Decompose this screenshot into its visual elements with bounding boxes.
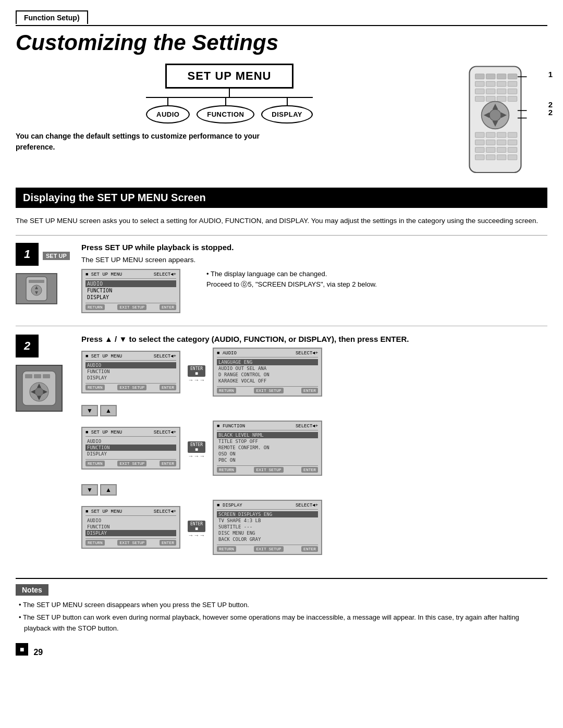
screen1-row-display: DISPLAY [85,294,176,301]
enter-arrow-3: ENTER■ →→→ [183,521,210,538]
s2l2-btn3: ENTER [160,461,176,466]
step2-screen-right-3: ■ DISPLAY SELECT◄+ SCREEN DISPLAYS ENG T… [213,500,322,555]
enter-arrow-1: ENTER■ →→→ [183,365,210,383]
s2r2-r1: BLACK LEVEL NRML [217,432,318,438]
s2r3-r5: BACK COLOR GRAY [217,536,318,542]
svg-rect-5 [475,81,485,87]
s2l1-r2: FUNCTION [85,368,176,375]
step2-screen-left-2: ■ SET UP MENU SELECT◄+ AUDIO FUNCTION DI… [81,427,180,470]
svg-rect-27 [475,140,485,145]
s2l1-title: ■ SET UP MENU [85,354,122,359]
arrow-right-2: →→→ [188,453,205,459]
enter-btn-1: ENTER■ [188,365,205,377]
intro-text: The SET UP MENU screen asks you to selec… [16,215,547,227]
s2l1-r1: AUDIO [85,362,176,368]
s2l3-r2: FUNCTION [85,524,176,530]
s2r1-btn1: RETURN [217,388,236,393]
step2-screen-left-3: ■ SET UP MENU SELECT◄+ AUDIO FUNCTION DI… [81,506,180,549]
setup-menu-box: SET UP MENU [165,64,294,89]
remote-area: 1 2 2 [454,64,547,180]
svg-rect-9 [475,89,485,94]
step2-pair-function: ■ SET UP MENU SELECT◄+ AUDIO FUNCTION DI… [81,421,547,480]
tree-branch-display: DISPLAY [261,98,313,124]
svg-rect-8 [508,81,517,87]
svg-rect-34 [508,147,517,153]
svg-rect-28 [486,140,495,145]
s2r3-r1: SCREEN DISPLAYS ENG [217,511,318,517]
step1-number: 1 [16,243,39,266]
svg-rect-25 [497,132,506,138]
s2l2-r3: DISPLAY [85,451,176,457]
tree-vertical-line [229,89,230,97]
step1-bullet-2: Proceed to ⓪5, "SCREEN DISPLAYS", via st… [206,279,377,290]
step1-bullets: The display language can be changed. Pro… [201,269,377,291]
s2l1-btn1: RETURN [85,385,105,390]
s2l3-btn1: RETURN [85,540,105,546]
step2-pair-display: ■ SET UP MENU SELECT◄+ AUDIO FUNCTION DI… [81,500,547,559]
step1-sub: The SET UP MENU screen appears. [81,256,547,264]
svg-rect-48 [25,374,32,378]
step1-content: Press SET UP while playback is stopped. … [81,243,547,317]
s2l3-r3: DISPLAY [85,530,176,536]
nav-arrows-1: ▼ ▲ [81,405,547,416]
s2r3-btn2: EXIT SETUP [254,546,283,552]
s2l1-btn3: ENTER [160,385,176,390]
s2l3-btn2: EXIT SETUP [117,540,146,546]
s2l1-btn2: EXIT SETUP [117,385,146,390]
s2l2-title: ■ SET UP MENU [85,430,122,435]
s2r3-r4: DISC MENU ENG [217,530,318,536]
remote-small-icon [23,276,50,302]
svg-rect-24 [486,132,495,138]
step2-left: 2 [16,335,73,559]
s2r2-r3: REMOTE CONFIRM. ON [217,445,318,451]
svg-rect-16 [508,96,517,102]
s2r3-btn3: ENTER [301,546,318,552]
screen1-row-function: FUNCTION [85,287,176,294]
arrow-right-1: →→→ [188,377,205,383]
tree-branch-function: FUNCTION [197,98,254,124]
svg-rect-4 [508,74,517,79]
s2l2-btn1: RETURN [85,461,105,466]
svg-rect-29 [497,140,506,145]
page: Function Setup Customizing the Settings … [0,0,563,673]
s2r2-btn1: RETURN [217,467,236,473]
s2r2-r5: PBC ON [217,457,318,463]
svg-rect-15 [497,96,506,102]
nav-down-1: ▼ [81,405,98,416]
notes-badge: Notes [16,584,48,596]
s2r3-r2: TV SHAPE 4:3 LB [217,517,318,524]
step2-screen-left-1: ■ SET UP MENU SELECT◄+ AUDIO FUNCTION DI… [81,351,180,393]
s2l3-title: ■ SET UP MENU [85,509,122,514]
screen1-title-left: ■ SET UP MENU [85,272,122,277]
step1-bullet-1: The display language can be changed. [206,269,377,280]
s2r3-btn1: RETURN [217,546,236,552]
remote-label-1: 1 [548,70,553,79]
arrow-right-3: →→→ [188,532,205,538]
svg-rect-35 [475,155,485,160]
step1-label: SET UP [43,252,70,260]
s2l2-sel: SELECT◄+ [154,430,176,435]
s2l3-btn3: ENTER [160,540,176,546]
note-item-2: The SET UP button can work even during n… [16,612,547,634]
s2r2-btn2: EXIT SETUP [254,467,283,473]
screen1-btn-enter: ENTER [160,304,176,310]
s2r3-r3: SUBTITLE --- [217,524,318,530]
svg-rect-26 [508,132,517,138]
category-display: DISPLAY [261,105,313,124]
svg-rect-14 [486,96,495,102]
step2-screen-right-1: ■ AUDIO SELECT◄+ LANGUAGE ENG AUDIO OUT … [213,348,322,397]
screen1-title-right: SELECT◄+ [154,272,176,277]
s2l1-r3: DISPLAY [85,375,176,381]
step1-instruction: Press SET UP while playback is stopped. [81,243,547,252]
s2r1-btn2: EXIT SETUP [254,388,283,393]
s2r2-btn3: ENTER [301,467,318,473]
s2r1-sel: SELECT◄+ [296,351,318,356]
step2-number: 2 [16,335,39,357]
screen1-btn-exit: EXIT SETUP [117,304,146,310]
svg-rect-30 [508,140,517,145]
s2r2-r4: OSD ON [217,451,318,457]
s2r1-btn3: ENTER [301,388,318,393]
tree-connector: AUDIO FUNCTION DISPLAY [146,89,313,124]
step1-detail: ■ SET UP MENU SELECT◄+ AUDIO FUNCTION DI… [81,269,547,317]
step2-content: Press ▲ / ▼ to select the category (AUDI… [81,335,547,559]
